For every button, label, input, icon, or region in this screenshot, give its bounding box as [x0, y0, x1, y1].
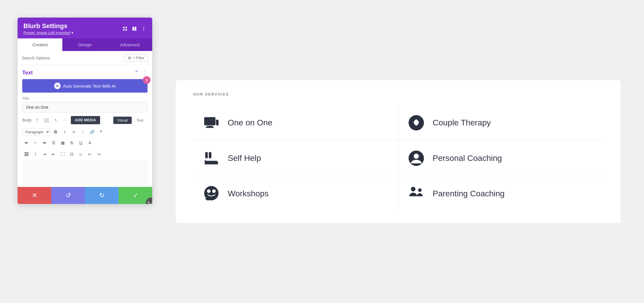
notification-badge: 1	[143, 76, 150, 84]
paragraph-select[interactable]: Paragraph	[22, 128, 50, 136]
bold-button[interactable]: B	[52, 128, 60, 136]
tab-advanced[interactable]: Advanced	[107, 38, 152, 51]
visual-icon[interactable]: ⬜	[43, 116, 50, 124]
link-button[interactable]: 🔗	[88, 128, 96, 136]
panel-title: Blurb Settings	[23, 22, 73, 30]
svg-rect-2	[123, 29, 124, 30]
panel-footer: ✕ ↺ ↻ ✓	[18, 187, 152, 204]
undo-button[interactable]: ↺	[51, 187, 85, 204]
parenting-coaching-icon	[407, 184, 426, 203]
services-label: OUR SERVICES	[193, 92, 603, 96]
svg-rect-3	[126, 29, 127, 30]
tab-design[interactable]: Design	[62, 38, 107, 51]
workshops-label: Workshops	[228, 189, 269, 198]
parenting-coaching-label: Parenting Coaching	[433, 189, 505, 198]
toolbar-row-1: Paragraph B I ≡ ⋮ 🔗 ❝	[22, 126, 148, 138]
service-self-help[interactable]: Self Help	[193, 141, 398, 176]
media-icon-button[interactable]: 🖼	[22, 150, 30, 158]
title-field-label: Title	[22, 96, 148, 101]
text-color-button[interactable]: A	[86, 139, 94, 147]
svg-rect-0	[123, 27, 124, 28]
one-on-one-icon	[202, 113, 221, 132]
tab-content[interactable]: Content	[18, 38, 62, 51]
service-personal-coaching[interactable]: Personal Coaching	[398, 141, 603, 176]
search-input[interactable]	[22, 56, 121, 60]
svg-rect-11	[206, 127, 214, 128]
align-center-button[interactable]: ↔	[31, 139, 40, 147]
tab-text[interactable]: Text	[132, 117, 148, 124]
special-char-button[interactable]: Ω	[68, 150, 76, 158]
svg-rect-5	[135, 27, 136, 31]
svg-point-7	[143, 28, 144, 29]
self-help-icon	[202, 149, 221, 168]
cancel-button[interactable]: ✕	[18, 187, 51, 204]
svg-point-8	[143, 30, 144, 30]
align-right-button[interactable]: ➡	[40, 139, 49, 147]
more-icon[interactable]	[141, 26, 146, 31]
svg-point-18	[414, 154, 419, 159]
emoji-button[interactable]: ☺	[77, 150, 85, 158]
visual-text-tabs: Visual Text	[113, 117, 148, 124]
fullscreen-button[interactable]: ⛶	[59, 150, 67, 158]
ai-icon: AI	[54, 83, 61, 89]
italic2-button[interactable]: i	[31, 150, 40, 158]
panel-subtitle: Preset: Image Left imported ▾	[23, 30, 73, 35]
svg-rect-9	[204, 117, 216, 125]
toolbar-row-2: ⬅ ↔ ➡ ☰ ▦ S U A	[22, 138, 148, 149]
ordered-list-button[interactable]: ⋮	[79, 128, 87, 136]
one-on-one-label: One on One	[228, 118, 273, 127]
body-row: Body ? ⬜ ↖ ⋯ ADD MEDIA Visual Text	[22, 116, 148, 124]
panel-header-left: Blurb Settings Preset: Image Left import…	[23, 22, 73, 35]
tab-visual[interactable]: Visual	[113, 117, 132, 124]
svg-marker-13	[216, 124, 219, 126]
indent-button[interactable]: ⇥	[40, 150, 49, 158]
couple-therapy-icon	[407, 113, 426, 132]
services-section: OUR SERVICES One on One	[176, 80, 621, 223]
panel-header-icons	[122, 26, 146, 31]
service-workshops[interactable]: Workshops	[193, 176, 398, 211]
columns-icon[interactable]	[132, 26, 137, 31]
search-filter-row: ⊞ + Filter	[18, 51, 152, 65]
ai-btn-wrap: AI Auto Generate Text With AI 1	[22, 79, 148, 93]
strikethrough-button[interactable]: S	[68, 139, 76, 147]
redo-toolbar-button[interactable]: ↪	[95, 150, 103, 158]
cursor-icon[interactable]: ↖	[52, 116, 60, 124]
svg-rect-16	[205, 152, 208, 158]
justify-button[interactable]: ☰	[49, 139, 58, 147]
svg-point-22	[411, 187, 416, 191]
text-section: Text ⌃ ⋮ AI Auto Generate Text With AI 1…	[18, 65, 152, 187]
couple-therapy-label: Couple Therapy	[433, 118, 491, 127]
filter-button[interactable]: ⊞ + Filter	[124, 54, 148, 62]
panel-tabs: Content Design Advanced	[18, 38, 152, 51]
add-media-button[interactable]: ADD MEDIA	[71, 116, 100, 124]
svg-rect-10	[207, 126, 213, 127]
underline-button[interactable]: U	[77, 139, 85, 147]
service-parenting-coaching[interactable]: Parenting Coaching	[398, 176, 603, 211]
table-button[interactable]: ▦	[59, 139, 67, 147]
dots-icon[interactable]: ⋯	[61, 116, 69, 124]
outdent-button[interactable]: ⇤	[49, 150, 58, 158]
filter-icon: ⊞	[128, 56, 131, 60]
align-left-button[interactable]: ⬅	[22, 139, 30, 147]
chevron-up-icon[interactable]: ⌃	[134, 69, 139, 76]
self-help-label: Self Help	[228, 154, 261, 163]
help-icon[interactable]: ?	[33, 116, 41, 124]
quote-button[interactable]: ❝	[97, 128, 105, 136]
section-header: Text ⌃ ⋮	[22, 69, 148, 76]
unordered-list-button[interactable]: ≡	[70, 128, 78, 136]
redo-button[interactable]: ↻	[85, 187, 119, 204]
expand-icon[interactable]	[122, 26, 128, 31]
svg-rect-4	[132, 27, 134, 31]
undo-toolbar-button[interactable]: ↩	[86, 150, 94, 158]
services-grid: One on One Couple Therapy	[193, 105, 603, 211]
italic-button[interactable]: I	[61, 128, 69, 136]
service-one-on-one[interactable]: One on One	[193, 105, 398, 141]
service-couple-therapy[interactable]: Couple Therapy	[398, 105, 603, 141]
title-input[interactable]	[22, 102, 148, 113]
section-controls: ⌃ ⋮	[134, 69, 148, 76]
section-label: Text	[22, 70, 33, 76]
personal-coaching-label: Personal Coaching	[433, 154, 502, 163]
ai-generate-button[interactable]: AI Auto Generate Text With AI	[22, 79, 148, 93]
section-more-icon[interactable]: ⋮	[142, 69, 148, 76]
body-textarea[interactable]	[22, 161, 148, 185]
